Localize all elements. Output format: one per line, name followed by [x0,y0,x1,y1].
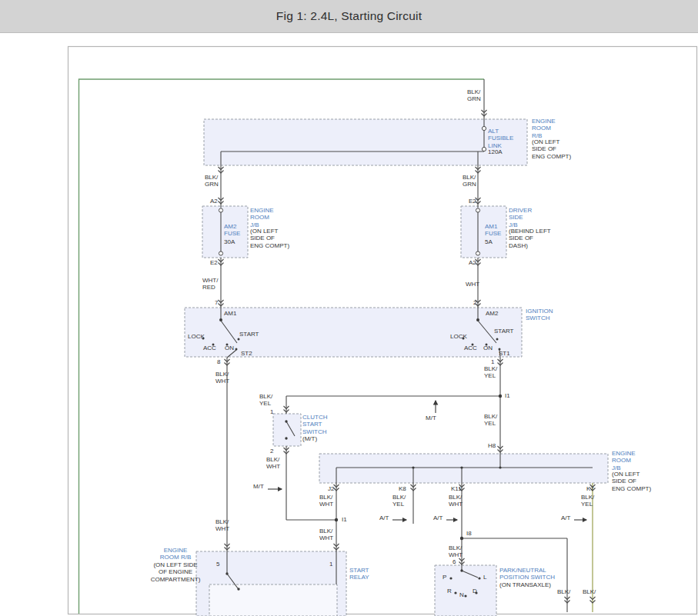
terminal-am1: AM1 [224,310,236,317]
wire-label-blk-wht-st2-lower: BLK/ WHT [215,518,229,533]
pos-acc-right: ACC [464,345,477,351]
pos-on-right: ON [483,345,493,351]
pin-a2-left: A2 [210,198,218,205]
pin-2: 2 [473,299,476,306]
engine-room-rb-location: (ON LEFT SIDE OF ENG COMPT) [532,138,571,160]
clutch-start-switch-box [273,414,301,446]
wire-label-blk-yel-st1-upper: BLK/ YEL [484,365,497,380]
pos-on-left: ON [225,345,234,351]
wire-label-bottom-left: BLK/ [557,588,570,595]
terminal-am2: AM2 [486,310,498,317]
pos-st1: ST1 [499,350,510,357]
wire-label-blk-wht-pnp: BLK/ WHT [449,544,463,559]
am1-fuse-rating: 5A [485,238,493,245]
wire-label-k11: BLK/ WHT [449,494,463,508]
alt-fusible-link-rating: 120A [488,148,503,155]
clutch-start-switch-type: (M/T) [302,435,317,442]
wire-label-k7: BLK/ YEL [581,494,594,508]
engine-room-jb-right-name: ENGINE ROOM J/B [612,450,636,471]
tag-at-3: A/T [561,514,570,521]
pos-p: P [443,574,446,581]
engine-room-jb-box [319,454,608,483]
clutch-start-switch-name: CLUTCH START SWITCH [302,414,327,435]
tag-mt-left: M/T [253,483,264,490]
wire-label-blk-grn-left: BLK/ GRN [205,174,219,188]
junction-i1-mid: I1 [342,516,347,523]
tag-at-2: A/T [433,514,443,521]
ignition-switch-name: IGNITION SWITCH [526,308,553,322]
tag-at-1: A/T [379,514,389,521]
pin-h8: H8 [488,442,496,449]
wire-label-j2: BLK/ WHT [319,494,333,508]
wire-label-blk-yel-st1-lower: BLK/ YEL [484,413,497,428]
wire-label-wht-red: WHT/ RED [202,277,218,291]
pin-1-relay: 1 [329,561,332,568]
figure-viewer: Fig 1: 2.4L, Starting Circuit [0,0,698,616]
wiring-diagram-canvas [0,0,698,616]
wire-label-blk-grn-right: BLK/ GRN [463,174,476,188]
engine-room-jb-left-location: (ON LEFT SIDE OF ENG COMPT) [250,228,289,249]
am1-fuse-name: AM1 FUSE [485,223,501,238]
pin-k8: K8 [399,485,406,492]
wire-label-blk-wht-clutch-out: BLK/ WHT [266,456,280,471]
pos-lock-right: LOCK [450,333,467,340]
pin-5-relay: 5 [216,561,219,568]
junction-i1-right: I1 [505,392,510,399]
engine-room-jb-right-location: (ON LEFT SIDE OF ENG COMPT) [612,471,651,492]
engine-room-rb-bottom-name: ENGINE ROOM R/B [151,547,200,561]
pin-e2-left: E2 [210,259,218,266]
engine-room-rb-name: ENGINE ROOM R/B [532,118,556,139]
start-relay-inner-box [209,584,337,616]
pin-7: 7 [215,299,218,306]
alt-fusible-link-box [204,119,527,165]
pos-start-right: START [494,328,513,335]
pnp-switch-box [435,565,496,616]
pos-lock-left: LOCK [188,333,205,340]
pin-1-clutch: 1 [270,408,273,415]
engine-room-jb-left-name: ENGINE ROOM J/B [250,207,274,228]
pos-d: D [473,588,477,594]
pin-2-clutch: 2 [270,448,273,455]
wire-label-blk-wht-st2-upper: BLK/ WHT [215,371,229,385]
component-boxes [185,119,608,616]
alt-fusible-link-name: ALT FUSIBLE LINK [488,128,513,149]
pin-j2: J2 [328,485,334,492]
pos-acc-left: ACC [203,345,216,351]
pin-8: 8 [217,358,220,365]
pnp-switch-location: (ON TRANSAXLE) [499,581,551,588]
wire-label-feed-blk-grn: BLK/ GRN [467,88,481,103]
wire-label-k8: BLK/ YEL [392,494,406,508]
pin-e2-right: E2 [469,198,476,205]
wire-label-blk-yel-clutch: BLK/ YEL [259,393,272,408]
start-relay-name: START RELAY [349,567,369,581]
driver-side-jb-location: (BEHIND LEFT SIDE OF DASH) [509,228,551,249]
pin-6-pnp: 6 [453,558,456,565]
wire-label-blk-wht-to-relay: BLK/ WHT [319,528,333,542]
tag-mt-up: M/T [426,415,436,421]
wire-label-wht: WHT [466,281,479,288]
am2-fuse-name: AM2 FUSE [224,223,240,238]
junction-i8: I8 [466,530,472,537]
wire-label-bottom-right: BLK/ [583,588,596,595]
engine-room-rb-bottom-location: (ON LEFT SIDE OF ENGINE COMPARTMENT) [146,561,205,583]
pin-k11: K11 [451,485,462,492]
pos-r: R [447,588,452,594]
pin-a2-right: A2 [469,259,476,266]
pos-st2: ST2 [241,350,252,357]
driver-side-jb-name: DRIVER SIDE J/B [509,207,532,228]
pos-l: L [483,574,486,581]
am2-fuse-rating: 30A [224,238,235,245]
pin-k7: K7 [586,485,594,492]
pnp-switch-name: PARK/NEUTRAL POSITION SWITCH [499,567,555,581]
pos-n: N [459,591,464,598]
pos-start-left: START [239,331,259,338]
